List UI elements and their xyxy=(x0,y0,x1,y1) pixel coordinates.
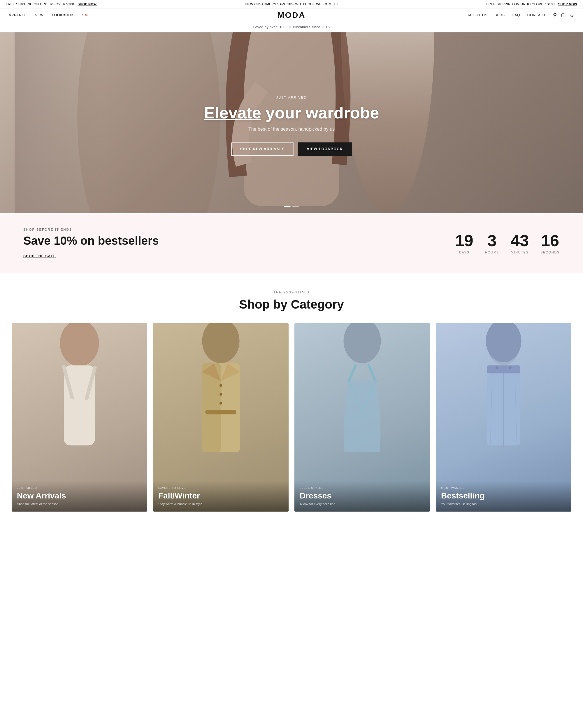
cat-eyebrow-fall: LAYERS TO LOVE xyxy=(158,487,283,489)
cart-icon[interactable]: ☼ xyxy=(570,12,575,18)
hero-buttons: SHOP NEW ARRIVALS VIEW LOOKBOOK xyxy=(204,142,379,156)
countdown-seconds: 16 SECONDS xyxy=(540,232,560,254)
sale-title: Save 10% on bestsellers xyxy=(23,234,159,247)
nav-icons: ⚲ ☖ ☼ xyxy=(553,12,575,18)
countdown-hours-label: HOURS xyxy=(485,251,499,254)
category-section: THE ESSENTIALS Shop by Category JUST ADD… xyxy=(0,273,583,529)
main-nav: APPAREL NEW LOOKBOOK SALE MODA ABOUT US … xyxy=(0,8,583,22)
countdown-days-number: 19 xyxy=(455,232,473,249)
cat-desc-dresses: A look for every occasion xyxy=(300,502,425,506)
view-lookbook-button[interactable]: VIEW LOOKBOOK xyxy=(298,142,352,156)
trust-bar: Loved by over 10,000+ customers since 20… xyxy=(0,22,583,32)
announcement-right-text: FREE SHIPPING ON ORDERS OVER $100 xyxy=(487,2,555,6)
nav-new[interactable]: NEW xyxy=(35,13,44,17)
category-grid: JUST ADDED New Arrivals Shop the latest … xyxy=(12,323,571,512)
announcement-right: FREE SHIPPING ON ORDERS OVER $100 SHOP N… xyxy=(387,2,577,6)
category-card-new-arrivals[interactable]: JUST ADDED New Arrivals Shop the latest … xyxy=(12,323,147,512)
category-image-bestselling xyxy=(436,323,571,483)
trust-text: Loved by over 10,000+ customers since 20… xyxy=(253,25,330,29)
countdown-minutes: 43 MINUTES xyxy=(511,232,529,254)
account-icon[interactable]: ☖ xyxy=(561,12,565,18)
cat-desc-new: Shop the latest of the season xyxy=(17,502,142,506)
svg-point-18 xyxy=(220,402,222,405)
hero-section: JUST ARRIVED Elevate your wardrobe The b… xyxy=(0,32,583,213)
svg-point-20 xyxy=(343,323,381,363)
category-overlay-bestselling: MOST WANTED Bestselling Your favorites, … xyxy=(436,481,571,512)
nav-apparel[interactable]: APPAREL xyxy=(9,13,27,17)
cat-desc-fall: Stay warm & bundle up in style xyxy=(158,502,283,506)
announcement-center-text: NEW CUSTOMERS SAVE 10% WITH CODE WELCOME… xyxy=(245,2,338,6)
announcement-left-text: FREE SHIPPING ON ORDERS OVER $100 xyxy=(6,2,74,6)
sale-banner-left: SHOP BEFORE IT ENDS Save 10% on bestsell… xyxy=(23,228,159,258)
announcement-left: FREE SHIPPING ON ORDERS OVER $100 SHOP N… xyxy=(6,2,196,6)
countdown-days: 19 DAYS xyxy=(455,232,473,254)
nav-right: ABOUT US BLOG FAQ CONTACT ⚲ ☖ ☼ xyxy=(468,12,574,18)
category-eyebrow: THE ESSENTIALS xyxy=(12,290,571,294)
hero-dot-2[interactable] xyxy=(293,206,299,207)
category-overlay-dresses: SLEEK STYLES Dresses A look for every oc… xyxy=(295,481,430,512)
nav-faq[interactable]: FAQ xyxy=(512,13,520,17)
hero-dot-1[interactable] xyxy=(284,206,290,207)
hero-content: JUST ARRIVED Elevate your wardrobe The b… xyxy=(204,96,379,156)
cat-eyebrow-dresses: SLEEK STYLES xyxy=(300,487,425,489)
svg-point-5 xyxy=(60,323,99,366)
sale-banner: SHOP BEFORE IT ENDS Save 10% on bestsell… xyxy=(0,213,583,273)
category-image-new xyxy=(12,323,147,483)
announcement-bar: FREE SHIPPING ON ORDERS OVER $100 SHOP N… xyxy=(0,0,583,8)
svg-point-33 xyxy=(509,366,511,369)
cat-eyebrow-new: JUST ADDED xyxy=(17,487,142,489)
nav-sale[interactable]: SALE xyxy=(82,13,92,17)
cat-desc-bestselling: Your favorites, selling fast! xyxy=(441,502,566,506)
category-image-fall xyxy=(153,323,288,483)
cat-name-new: New Arrivals xyxy=(17,491,142,500)
countdown-minutes-label: MINUTES xyxy=(511,251,529,254)
svg-rect-15 xyxy=(205,410,237,414)
category-overlay-new: JUST ADDED New Arrivals Shop the latest … xyxy=(12,481,147,512)
countdown-timer: 19 DAYS 3 HOURS 43 MINUTES 16 SECONDS xyxy=(455,232,560,254)
category-card-fall-winter[interactable]: LAYERS TO LOVE Fall/Winter Stay warm & b… xyxy=(153,323,288,512)
hero-dots xyxy=(284,206,299,207)
shop-new-arrivals-button[interactable]: SHOP NEW ARRIVALS xyxy=(231,142,294,156)
svg-point-3 xyxy=(77,32,220,213)
svg-line-22 xyxy=(369,365,376,381)
svg-point-16 xyxy=(220,384,222,387)
nav-blog[interactable]: BLOG xyxy=(495,13,505,17)
countdown-seconds-label: SECONDS xyxy=(540,251,560,254)
category-image-dresses xyxy=(295,323,430,483)
countdown-days-label: DAYS xyxy=(455,251,473,254)
nav-left: APPAREL NEW LOOKBOOK SALE xyxy=(9,13,92,17)
category-card-bestselling[interactable]: MOST WANTED Bestselling Your favorites, … xyxy=(436,323,571,512)
shop-the-sale-link[interactable]: SHOP THE SALE xyxy=(23,254,56,258)
countdown-minutes-number: 43 xyxy=(511,232,529,249)
announcement-center: NEW CUSTOMERS SAVE 10% WITH CODE WELCOME… xyxy=(196,2,387,6)
sale-eyebrow: SHOP BEFORE IT ENDS xyxy=(23,228,159,231)
site-logo[interactable]: MODA xyxy=(278,10,306,20)
nav-lookbook[interactable]: LOOKBOOK xyxy=(52,13,74,17)
hero-title: Elevate your wardrobe xyxy=(204,104,379,122)
hero-eyebrow: JUST ARRIVED xyxy=(204,96,379,99)
category-overlay-fall: LAYERS TO LOVE Fall/Winter Stay warm & b… xyxy=(153,481,288,512)
cat-eyebrow-bestselling: MOST WANTED xyxy=(441,487,566,489)
svg-rect-31 xyxy=(487,365,520,373)
cat-name-dresses: Dresses xyxy=(300,491,425,500)
hero-subtitle: The best of the season, handpicked by us xyxy=(204,127,379,132)
countdown-hours-number: 3 xyxy=(485,232,499,249)
svg-point-17 xyxy=(220,393,222,395)
cat-name-bestselling: Bestselling xyxy=(441,491,566,500)
nav-about-us[interactable]: ABOUT US xyxy=(468,13,488,17)
countdown-seconds-number: 16 xyxy=(540,232,560,249)
announcement-left-link[interactable]: SHOP NOW xyxy=(78,2,96,6)
category-card-dresses[interactable]: SLEEK STYLES Dresses A look for every oc… xyxy=(295,323,430,512)
svg-point-10 xyxy=(202,323,239,363)
svg-point-32 xyxy=(496,366,498,369)
category-title: Shop by Category xyxy=(12,297,571,312)
svg-line-21 xyxy=(349,365,356,381)
search-icon[interactable]: ⚲ xyxy=(553,12,557,18)
countdown-hours: 3 HOURS xyxy=(485,232,499,254)
announcement-right-link[interactable]: SHOP NOW xyxy=(558,2,577,6)
nav-contact[interactable]: CONTACT xyxy=(527,13,546,17)
cat-name-fall: Fall/Winter xyxy=(158,491,283,500)
